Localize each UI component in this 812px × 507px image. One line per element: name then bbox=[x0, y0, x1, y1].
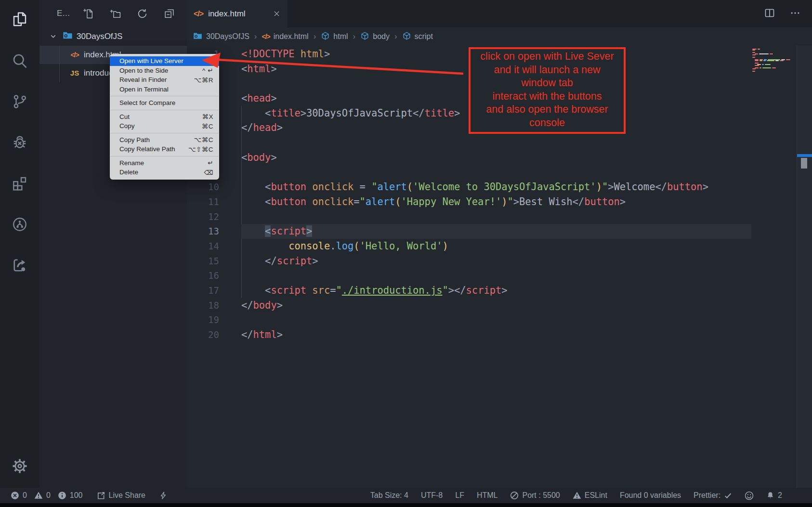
code-line-16[interactable]: 16 bbox=[187, 268, 751, 283]
status-smiley-icon[interactable] bbox=[745, 491, 754, 500]
new-file-icon[interactable] bbox=[82, 7, 94, 20]
breadcrumb-item-body[interactable]: body bbox=[360, 31, 390, 42]
line-number: 15 bbox=[187, 254, 219, 269]
code-line-17[interactable]: 17 <script src="./introduction.js"></scr… bbox=[187, 283, 751, 298]
line-content: <button onclick="alert('Happy New Year!'… bbox=[241, 195, 751, 209]
git-graph-icon[interactable] bbox=[11, 215, 29, 234]
menu-item-open-in-terminal[interactable]: Open in Terminal bbox=[110, 85, 219, 94]
status-0[interactable]: 0 bbox=[11, 491, 27, 500]
split-editor-icon[interactable] bbox=[764, 7, 775, 21]
breadcrumb-label: body bbox=[373, 32, 390, 41]
scrollbar-thumb[interactable] bbox=[801, 158, 807, 169]
menu-item-shortcut: ↵ bbox=[208, 159, 213, 167]
menu-item-open-to-the-side[interactable]: Open to the Side^ ↵ bbox=[110, 66, 219, 76]
live-share-icon[interactable] bbox=[11, 256, 29, 274]
folder-label: 30DaysOfJS bbox=[77, 32, 122, 41]
line-content bbox=[241, 312, 751, 327]
menu-item-shortcut: ⌥⌘R bbox=[194, 76, 213, 84]
menu-separator bbox=[110, 110, 219, 110]
settings-gear-icon[interactable] bbox=[11, 457, 29, 475]
code-line-8[interactable]: 8<body> bbox=[187, 150, 751, 165]
breadcrumb-item-script[interactable]: script bbox=[402, 31, 433, 42]
line-content bbox=[241, 135, 751, 150]
line-content: console.log('Hello, World') bbox=[241, 239, 751, 254]
breadcrumb-label: 30DaysOfJS bbox=[206, 32, 249, 41]
status-port-5500[interactable]: Port : 5500 bbox=[510, 491, 560, 500]
extensions-icon[interactable] bbox=[11, 174, 29, 193]
status-100[interactable]: 100 bbox=[58, 491, 83, 500]
status-label: LF bbox=[455, 491, 464, 500]
more-actions-icon[interactable] bbox=[790, 8, 800, 20]
breadcrumb-separator: › bbox=[353, 32, 356, 41]
tab-label: index.html bbox=[208, 9, 245, 19]
source-control-icon[interactable] bbox=[11, 92, 29, 111]
tree-indent-guide bbox=[59, 46, 60, 82]
code-line-20[interactable]: 20</html> bbox=[187, 327, 751, 342]
code-line-19[interactable]: 19 bbox=[187, 312, 751, 327]
new-folder-icon[interactable] bbox=[109, 7, 121, 20]
share-icon bbox=[97, 491, 105, 500]
menu-item-rename[interactable]: Rename↵ bbox=[110, 158, 219, 168]
breadcrumb-separator: › bbox=[394, 32, 397, 41]
breadcrumb-item-html[interactable]: html bbox=[321, 31, 348, 42]
status-label: HTML bbox=[477, 491, 498, 500]
breadcrumb-item-30daysofjs[interactable]: 30DaysOfJS bbox=[193, 31, 249, 43]
tab-bar: </> index.html bbox=[187, 0, 812, 27]
code-line-13[interactable]: 13 <script> bbox=[187, 224, 751, 239]
activity-bar bbox=[0, 0, 39, 488]
search-icon[interactable] bbox=[11, 52, 29, 70]
status-2[interactable]: 2 bbox=[766, 491, 782, 500]
collapse-all-icon[interactable] bbox=[163, 7, 175, 20]
status-tab-size-4[interactable]: Tab Size: 4 bbox=[370, 491, 408, 500]
breadcrumb-label: html bbox=[333, 32, 348, 41]
status-label: Live Share bbox=[109, 491, 146, 500]
breadcrumb: 30DaysOfJS›</>index.html›html›body›scrip… bbox=[187, 27, 812, 46]
code-line-11[interactable]: 11 <button onclick="alert('Happy New Yea… bbox=[187, 195, 751, 209]
status-lf[interactable]: LF bbox=[455, 491, 464, 500]
status-html[interactable]: HTML bbox=[477, 491, 498, 500]
status-0[interactable]: 0 bbox=[34, 491, 51, 500]
run-debug-icon[interactable] bbox=[11, 133, 29, 152]
menu-item-label: Copy Relative Path bbox=[119, 145, 175, 153]
menu-item-copy-relative-path[interactable]: Copy Relative Path⌥⇧⌘C bbox=[110, 144, 219, 154]
minimap[interactable] bbox=[752, 49, 796, 72]
code-line-18[interactable]: 18</body> bbox=[187, 298, 751, 313]
error-icon bbox=[11, 491, 19, 500]
menu-item-reveal-in-finder[interactable]: Reveal in Finder⌥⌘R bbox=[110, 75, 219, 85]
slash-icon bbox=[510, 491, 519, 500]
code-icon: </> bbox=[262, 32, 270, 41]
code-line-10[interactable]: 10 <button onclick = "alert('Welcome to … bbox=[187, 180, 751, 195]
menu-item-open-with-live-server[interactable]: Open with Live Server bbox=[110, 56, 219, 66]
menu-item-cut[interactable]: Cut⌘X bbox=[110, 112, 219, 122]
tab-index-html[interactable]: </> index.html bbox=[187, 0, 288, 27]
close-icon[interactable] bbox=[273, 10, 281, 18]
vscode-window: E... 30DaysOfJS </> index.html JS introd bbox=[0, 0, 812, 507]
tree-item-folder-30daysofjs[interactable]: 30DaysOfJS bbox=[39, 27, 187, 46]
refresh-icon[interactable] bbox=[136, 7, 148, 20]
menu-item-copy[interactable]: Copy⌘C bbox=[110, 121, 219, 131]
scrollbar[interactable] bbox=[797, 46, 812, 488]
status-utf-8[interactable]: UTF-8 bbox=[421, 491, 443, 500]
code-line-12[interactable]: 12 bbox=[187, 209, 751, 224]
status-prettier[interactable]: Prettier: bbox=[694, 491, 732, 500]
menu-item-select-for-compare[interactable]: Select for Compare bbox=[110, 98, 219, 108]
code-line-15[interactable]: 15 </script> bbox=[187, 254, 751, 269]
menu-item-delete[interactable]: Delete⌫ bbox=[110, 168, 219, 177]
status-live-share[interactable]: Live Share bbox=[97, 491, 146, 500]
status-bolt-icon[interactable] bbox=[159, 491, 167, 500]
menu-item-label: Delete bbox=[119, 169, 138, 176]
line-number: 13 bbox=[187, 224, 219, 239]
folder-icon bbox=[60, 30, 75, 43]
breadcrumb-item-index-html[interactable]: </>index.html bbox=[262, 32, 308, 41]
status-found-0-variables[interactable]: Found 0 variables bbox=[620, 491, 681, 500]
code-line-14[interactable]: 14 console.log('Hello, World') bbox=[187, 239, 751, 254]
menu-item-copy-path[interactable]: Copy Path⌥⌘C bbox=[110, 135, 219, 145]
code-line-7[interactable]: 7 bbox=[187, 135, 751, 150]
cube-icon bbox=[402, 31, 411, 42]
status-eslint[interactable]: ESLint bbox=[573, 491, 607, 500]
explorer-icon[interactable] bbox=[11, 11, 29, 29]
code-line-9[interactable]: 9 bbox=[187, 165, 751, 180]
line-content: </body> bbox=[241, 298, 751, 313]
menu-item-shortcut: ⌘C bbox=[202, 122, 213, 130]
line-number: 20 bbox=[187, 327, 219, 342]
